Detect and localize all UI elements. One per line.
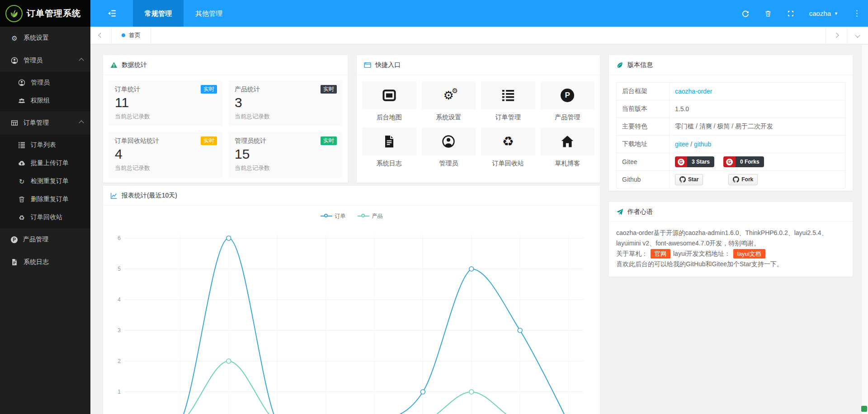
sidebar-item-label: 订单回收站	[31, 213, 62, 221]
panel-data-stats: 数据统计 订单统计 11 当前总记录数 实时 产品统计 3 当前总记录数 实时 …	[103, 55, 348, 183]
panel-header: 数据统计	[103, 55, 348, 75]
more-options-button[interactable]: ⋮	[845, 0, 868, 27]
status-badge: 实时	[321, 136, 337, 145]
quick-tile-order-management[interactable]: 订单管理	[481, 81, 535, 122]
quick-tile-admin[interactable]: 管理员	[422, 127, 476, 168]
scrollbar-track[interactable]	[861, 45, 868, 414]
sidebar-item-permission-group[interactable]: 权限组	[0, 92, 90, 110]
row-value: 零门槛 / 清爽 / 极简 / 易于二次开发	[670, 118, 845, 136]
tab-home[interactable]: 首页	[112, 27, 151, 44]
legend-label: 产品	[372, 212, 383, 220]
panel-title: 快捷入口	[375, 61, 401, 69]
gitee-stars-badge[interactable]: G 3 Stars	[675, 156, 714, 167]
floating-widget[interactable]	[861, 406, 867, 412]
sidebar-item-label: 系统设置	[24, 34, 49, 42]
recycle-icon: ♻	[18, 214, 25, 221]
chart-area: 123456	[103, 221, 600, 414]
legend-item-products[interactable]: 产品	[358, 212, 383, 220]
github-icon	[679, 176, 686, 183]
sidebar-item-system-log[interactable]: 系统日志	[0, 251, 90, 273]
main-content: 数据统计 订单统计 11 当前总记录数 实时 产品统计 3 当前总记录数 实时 …	[90, 45, 868, 414]
trash-icon	[18, 196, 25, 203]
stat-sublabel: 当前总记录数	[235, 113, 336, 121]
author-line: 关于草札：官网layui开发文档地址：layui文档	[616, 249, 845, 259]
gitee-forks-badge[interactable]: G 0 Forks	[723, 156, 764, 167]
leaf-icon	[616, 61, 623, 69]
framework-link[interactable]: caozha-order	[675, 88, 712, 95]
username: caozha	[809, 9, 831, 17]
list-icon	[501, 89, 515, 102]
github-link[interactable]: github	[694, 141, 711, 148]
chevron-up-icon	[79, 58, 84, 63]
author-line: layuimini v2、font-awesome4.7.0开发，特别鸣谢。	[616, 238, 845, 249]
stats-grid: 订单统计 11 当前总记录数 实时 产品统计 3 当前总记录数 实时 订单回收站…	[103, 75, 348, 183]
sidebar-item-order-list[interactable]: 订单列表	[0, 136, 90, 154]
gitee-link[interactable]: gitee	[675, 141, 689, 148]
button-label: Fork	[741, 176, 753, 183]
sidebar-item-product-management[interactable]: P 产品管理	[0, 228, 90, 251]
user-dropdown[interactable]: caozha ▼	[802, 0, 845, 27]
table-icon	[11, 119, 18, 127]
table-row: Github Star Fork	[617, 171, 845, 188]
sidebar-item-order-recycle-bin[interactable]: ♻ 订单回收站	[0, 208, 90, 226]
status-badge: 实时	[201, 136, 217, 145]
row-value: G 3 Stars G 0 Forks	[670, 153, 845, 171]
quick-tile-backend-map[interactable]: 后台地图	[362, 81, 416, 122]
quick-tile-system-settings[interactable]: ⚙⚙ 系统设置	[422, 81, 476, 122]
quick-grid: 后台地图 ⚙⚙ 系统设置 订单管理 P 产品管理 系统日志	[357, 75, 600, 174]
tile-label: 订单管理	[481, 113, 535, 122]
sidebar-item-order-management[interactable]: 订单管理	[0, 112, 90, 134]
product-p-icon: P	[561, 89, 574, 102]
chevron-down-icon	[855, 33, 860, 38]
topnav-tab-other[interactable]: 其他管理	[184, 0, 234, 27]
menu-fold-button[interactable]	[90, 0, 133, 27]
sidebar-item-delete-duplicate-orders[interactable]: 删除重复订单	[0, 190, 90, 208]
official-site-button[interactable]: 官网	[651, 249, 670, 259]
sidebar-item-detect-duplicate-orders[interactable]: ↻ 检测重复订单	[0, 172, 90, 190]
table-row: 后台框架 caozha-order	[617, 83, 845, 100]
quick-tile-caozha-blog[interactable]: 草札博客	[541, 127, 595, 168]
row-label: Github	[617, 171, 670, 188]
refresh-icon	[742, 10, 749, 17]
sidebar-item-system-settings[interactable]: ⚙ 系统设置	[0, 27, 90, 49]
legend-item-orders[interactable]: 订单	[321, 212, 346, 220]
sidebar-item-batch-upload-orders[interactable]: 批量上传订单	[0, 154, 90, 172]
row-label: Gitee	[617, 153, 670, 171]
warning-triangle-icon	[110, 61, 118, 69]
legend-marker	[321, 216, 332, 216]
browser-window-icon	[364, 61, 371, 69]
clear-cache-button[interactable]	[757, 0, 779, 27]
fullscreen-button[interactable]	[779, 0, 802, 27]
sidebar-item-label: 系统日志	[24, 258, 49, 266]
refresh-button[interactable]	[734, 0, 757, 27]
svg-text:2: 2	[118, 358, 121, 364]
window-icon	[382, 89, 396, 102]
sidebar-item-label: 订单列表	[31, 141, 56, 149]
layui-docs-button[interactable]: layui文档	[733, 249, 765, 259]
tile-label: 系统日志	[362, 160, 416, 168]
tab-scroll-left-button[interactable]	[90, 27, 112, 44]
stat-sublabel: 当前总记录数	[235, 164, 336, 172]
tab-operations-button[interactable]	[847, 27, 868, 44]
sidebar-submenu-orders: 订单列表 批量上传订单 ↻ 检测重复订单 删除重复订单 ♻ 订单回收站	[0, 134, 90, 228]
sidebar-item-admin[interactable]: 管理员	[0, 49, 90, 72]
user-circle-icon	[11, 57, 18, 64]
sidebar-item-label: 权限组	[31, 97, 50, 105]
version-table: 后台框架 caozha-order 当前版本 1.5.0 主要特色 零门槛 / …	[616, 82, 845, 188]
panel-title: 报表统计(最近10天)	[122, 192, 177, 200]
panel-version-info: 版本信息 后台框架 caozha-order 当前版本 1.5.0 主要特色 零…	[609, 55, 853, 191]
tile-label: 订单回收站	[481, 160, 535, 168]
quick-tile-system-log[interactable]: 系统日志	[362, 127, 416, 168]
sidebar-item-admin-user[interactable]: 管理员	[0, 74, 90, 92]
svg-text:1: 1	[118, 389, 121, 395]
quick-tile-product-management[interactable]: P 产品管理	[541, 81, 595, 122]
quick-tile-order-recycle-bin[interactable]: ♻ 订单回收站	[481, 127, 535, 168]
panel-header: 作者心语	[609, 202, 853, 222]
topnav-tab-regular[interactable]: 常规管理	[133, 0, 184, 27]
sidebar-item-label: 管理员	[24, 56, 42, 65]
github-star-button[interactable]: Star	[675, 174, 703, 185]
github-fork-button[interactable]: Fork	[728, 174, 758, 185]
tab-scroll-right-button[interactable]	[826, 27, 847, 44]
row-value: Star Fork	[670, 171, 845, 188]
topbar-actions: caozha ▼ ⋮	[734, 0, 868, 27]
